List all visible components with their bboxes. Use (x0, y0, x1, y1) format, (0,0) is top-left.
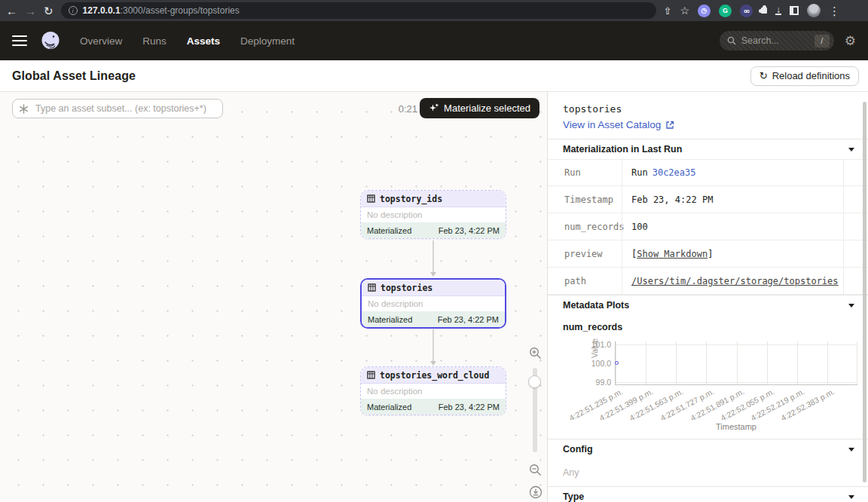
chevron-down-icon[interactable] (848, 148, 854, 152)
row-value: 100 (631, 222, 648, 232)
nav-deployment[interactable]: Deployment (240, 35, 295, 47)
asset-node-timestamp: Feb 23, 4:22 PM (438, 315, 499, 324)
table-icon (367, 371, 375, 379)
page-title: Global Asset Lineage (12, 69, 136, 83)
chevron-down-icon[interactable] (848, 448, 854, 451)
search-placeholder: Search... (741, 35, 809, 46)
asset-node-status: Materialized (367, 403, 411, 412)
asset-graph-canvas[interactable]: 0:21 ↻ Materialize selected topstory_ids… (0, 92, 547, 502)
section-title: Type (563, 491, 584, 502)
view-in-asset-catalog-link[interactable]: View in Asset Catalog (563, 119, 853, 130)
nav-runs[interactable]: Runs (142, 35, 167, 47)
extension-glasses-icon[interactable]: oo (740, 5, 753, 17)
browser-back-icon[interactable]: ← (6, 5, 17, 17)
materialize-selected-button[interactable]: Materialize selected (420, 98, 539, 118)
browser-menu-icon[interactable]: ⋮ (829, 5, 840, 17)
asset-node-timestamp: Feb 23, 4:22 PM (439, 226, 500, 235)
browser-forward-icon[interactable]: → (25, 5, 36, 17)
run-id-link[interactable]: 30c2ea35 (653, 167, 696, 178)
url-text: 127.0.0.1:3000/asset-groups/topstories (83, 5, 240, 16)
nav-assets[interactable]: Assets (187, 35, 220, 47)
plot-title: num_records (548, 315, 868, 332)
chart-xlabel: Timestamp (615, 422, 857, 431)
chart-ytick: 99.0 (581, 378, 611, 387)
refresh-icon: ↻ (760, 70, 768, 81)
bracket: [ (631, 249, 637, 259)
address-bar[interactable]: i 127.0.0.1:3000/asset-groups/topstories (61, 2, 656, 19)
site-info-icon[interactable]: i (69, 6, 78, 15)
browser-reload-icon[interactable]: ↻ (44, 5, 53, 17)
lineage-edge-arrow (432, 329, 434, 361)
table-row: path /Users/tim/.dagster/storage/topstor… (548, 268, 868, 295)
row-label: preview (548, 249, 622, 259)
search-icon (727, 36, 736, 45)
zoom-out-icon[interactable] (529, 464, 542, 476)
chart-data-point[interactable] (615, 361, 619, 365)
asset-node-status: Materialized (368, 315, 412, 324)
zoom-slider[interactable] (533, 368, 537, 452)
panel-scrollbar[interactable] (863, 102, 866, 482)
extensions-puzzle-icon[interactable] (761, 8, 767, 14)
table-row: preview [Show Markdown] (548, 240, 868, 268)
chevron-down-icon[interactable] (848, 304, 854, 308)
asset-node-topstories[interactable]: topstories No description Materialized F… (360, 278, 506, 329)
catalog-link-label: View in Asset Catalog (563, 119, 661, 130)
asset-node-name: topstories (381, 283, 432, 293)
row-label: path (548, 276, 622, 286)
table-row: Run Run 30c2ea35 (548, 159, 868, 186)
zoom-in-icon[interactable] (529, 347, 542, 360)
section-type[interactable]: Type (548, 486, 868, 502)
row-value: Feb 23, 4:22 PM (631, 194, 713, 205)
table-row: num_records 100 (548, 213, 868, 240)
browser-toolbar: ← → ↻ i 127.0.0.1:3000/asset-groups/tops… (0, 0, 868, 21)
asset-node-name: topstory_ids (380, 194, 442, 204)
section-materialization[interactable]: Materialization in Last Run (548, 139, 868, 159)
row-value: Run (631, 167, 648, 178)
hamburger-menu-icon[interactable] (12, 35, 27, 46)
search-input[interactable]: Search... / (720, 31, 834, 51)
path-link[interactable]: /Users/tim/.dagster/storage/topstories (631, 276, 839, 286)
lineage-edge-arrow (432, 240, 434, 272)
section-config[interactable]: Config (548, 439, 868, 459)
show-markdown-link[interactable]: Show Markdown (637, 249, 708, 259)
chart-plot-area: 4:22:51.235 p.m. 4:22:51.399 p.m. 4:22:5… (615, 341, 857, 385)
chart-xtick: 4:22:52.383 p.m. (779, 387, 836, 423)
asset-node-name: topstories_word_cloud (380, 370, 489, 381)
asset-node-topstories-word-cloud[interactable]: topstories_word_cloud No description Mat… (360, 366, 506, 415)
side-panel-icon[interactable] (790, 6, 799, 15)
fit-to-view-icon[interactable] (529, 485, 542, 499)
table-row: Timestamp Feb 23, 4:22 PM (548, 186, 868, 213)
asset-node-description: No description (361, 207, 506, 222)
table-icon (368, 283, 376, 292)
dagster-logo[interactable] (39, 29, 62, 52)
bookmark-star-icon[interactable]: ☆ (680, 5, 689, 16)
extension-clock-icon[interactable]: ◷ (698, 5, 711, 17)
url-host: 127.0.0.1 (83, 5, 121, 16)
reload-definitions-button[interactable]: ↻ Reload definitions (750, 66, 859, 86)
chart-ytick: 100.0 (581, 359, 611, 368)
asset-query-icon (19, 104, 29, 114)
asset-node-timestamp: Feb 23, 4:22 PM (439, 403, 500, 412)
asset-node-topstory-ids[interactable]: topstory_ids No description Materialized… (360, 190, 506, 239)
downloads-icon[interactable]: ↓ (775, 6, 781, 15)
grammarly-extension-icon[interactable]: G (719, 5, 732, 17)
section-title: Metadata Plots (563, 300, 629, 311)
section-metadata-plots[interactable]: Metadata Plots (548, 295, 868, 315)
external-link-icon (665, 121, 674, 130)
num-records-chart: Value 101.0 100.0 99.0 4:22:51.235 p.m. … (548, 332, 868, 439)
share-icon[interactable]: ⇧ (664, 6, 672, 16)
chevron-down-icon[interactable] (848, 495, 854, 499)
row-label: num_records (548, 222, 622, 232)
table-icon (367, 194, 375, 203)
row-label: Run (548, 167, 622, 178)
asset-subset-input[interactable] (12, 99, 223, 118)
materialize-sparkle-icon (429, 103, 439, 113)
browser-profile-avatar[interactable] (807, 4, 821, 17)
zoom-slider-handle[interactable] (528, 375, 541, 388)
settings-gear-icon[interactable]: ⚙ (845, 33, 856, 49)
search-shortcut-badge: / (815, 35, 830, 47)
asset-node-description: No description (362, 296, 505, 311)
row-label: Timestamp (548, 194, 622, 205)
nav-overview[interactable]: Overview (80, 35, 122, 47)
section-title: Config (563, 444, 593, 455)
